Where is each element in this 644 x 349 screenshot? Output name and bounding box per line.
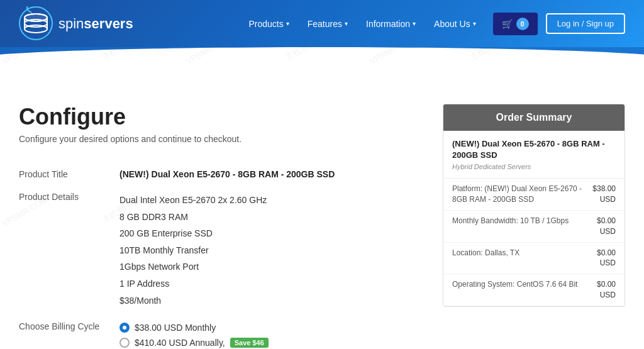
order-summary-box: Order Summary (NEW!) Dual Xeon E5-2670 -… [443,104,625,307]
radio-annual-unselected[interactable] [119,338,130,348]
order-product-type: Hybrid Dedicated Servers [452,163,616,170]
order-line-platform-price: $38.00USD [592,184,616,205]
page-title: Configure [19,104,430,130]
detail-item: Dual Intel Xeon E5-2670 2x 2.60 GHz [119,192,430,209]
order-summary-header: Order Summary [443,104,625,131]
detail-item: 10TB Monthly Transfer [119,242,430,259]
detail-item: 1Gbps Network Port [119,258,430,275]
cart-count: 0 [516,18,529,30]
nav-information[interactable]: Information ▾ [358,14,423,34]
order-line-location: Location: Dallas, TX $0.00USD [443,243,625,275]
order-line-bandwidth-label: Monthly Bandwidth: 10 TB / 1Gbps [452,216,597,226]
chevron-down-icon: ▾ [345,20,348,27]
left-column: Configure Configure your desired options… [19,104,430,349]
order-line-platform-label: Platform: (NEW!) Dual Xeon E5-2670 - 8GB… [452,184,592,205]
chevron-down-icon: ▾ [286,20,289,27]
config-table: Product Title (NEW!) Dual Xeon E5-2670 -… [19,163,430,349]
order-line-platform: Platform: (NEW!) Dual Xeon E5-2670 - 8GB… [443,179,625,211]
logo-area: spinservers [19,6,133,41]
nav-products[interactable]: Products ▾ [242,14,297,34]
right-column: Order Summary (NEW!) Dual Xeon E5-2670 -… [443,104,625,349]
cart-icon: 🛒 [502,19,513,29]
main-nav: Products ▾ Features ▾ Information ▾ Abou… [242,13,626,35]
header: spinservers Products ▾ Features ▾ Inform… [0,0,644,47]
product-title-row: Product Title (NEW!) Dual Xeon E5-2670 -… [19,163,430,186]
order-line-location-label: Location: Dallas, TX [452,248,597,258]
login-button[interactable]: Log in / Sign up [546,13,625,34]
save-badge: Save $46 [230,338,269,348]
main-content: Configure Configure your desired options… [0,85,644,349]
detail-item: 8 GB DDR3 RAM [119,209,430,226]
radio-monthly-selected[interactable] [119,323,130,333]
product-title-label: Product Title [19,163,119,186]
detail-item: $38/Month [119,292,430,309]
logo-text: spinservers [58,16,133,32]
order-line-bandwidth: Monthly Bandwidth: 10 TB / 1Gbps $0.00US… [443,211,625,243]
nav-about[interactable]: About Us ▾ [426,14,484,34]
billing-option-monthly[interactable]: $38.00 USD Monthly [119,323,430,333]
billing-option-annual[interactable]: $410.40 USD Annually, Save $46 [119,338,430,348]
order-summary-product: (NEW!) Dual Xeon E5-2670 - 8GB RAM - 200… [443,131,625,179]
order-line-location-price: $0.00USD [597,248,616,269]
logo-icon [19,6,53,41]
order-product-name: (NEW!) Dual Xeon E5-2670 - 8GB RAM - 200… [452,138,616,161]
order-line-os-price: $0.00USD [597,279,616,301]
chevron-down-icon: ▾ [473,20,476,27]
nav-features[interactable]: Features ▾ [300,14,355,34]
chevron-down-icon: ▾ [413,20,416,27]
product-details-row: Product Details Dual Intel Xeon E5-2670 … [19,186,430,315]
wave-separator [0,47,644,85]
cart-button[interactable]: 🛒 0 [493,13,538,35]
billing-cycle-label: Choose Billing Cycle [19,315,119,349]
svg-point-4 [25,25,47,33]
billing-cycle-row: Choose Billing Cycle $38.00 USD Monthly … [19,315,430,349]
billing-monthly-label: $38.00 USD Monthly [135,323,216,333]
detail-item: 200 GB Enterprise SSD [119,225,430,242]
detail-item: 1 IP Address [119,275,430,292]
product-details-list: Dual Intel Xeon E5-2670 2x 2.60 GHz 8 GB… [119,192,430,309]
billing-annual-label: $410.40 USD Annually, [135,338,225,348]
product-details-label: Product Details [19,186,119,315]
order-line-bandwidth-price: $0.00USD [597,216,616,237]
product-title-value: (NEW!) Dual Xeon E5-2670 - 8GB RAM - 200… [119,169,335,179]
page-subtitle: Configure your desired options and conti… [19,134,430,144]
order-line-os: Operating System: CentOS 7.6 64 Bit $0.0… [443,274,625,306]
order-line-items: Platform: (NEW!) Dual Xeon E5-2670 - 8GB… [443,179,625,306]
order-line-os-label: Operating System: CentOS 7.6 64 Bit [452,279,597,290]
billing-options: $38.00 USD Monthly $410.40 USD Annually,… [119,323,430,348]
